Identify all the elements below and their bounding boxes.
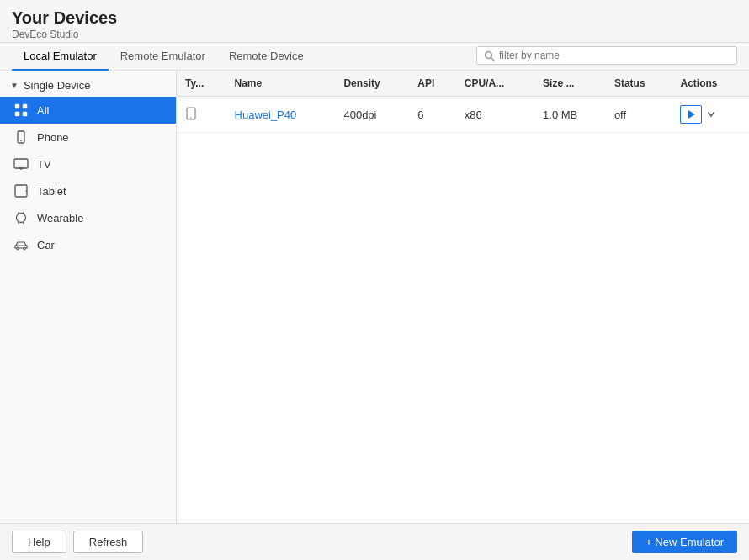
svg-rect-2: [15, 104, 19, 108]
new-emulator-button[interactable]: + New Emulator: [632, 531, 737, 553]
sidebar-item-car[interactable]: Car: [0, 231, 176, 258]
sidebar-item-tablet[interactable]: Tablet: [0, 177, 176, 204]
device-name-link[interactable]: Huawei_P40: [235, 108, 297, 121]
svg-rect-11: [15, 185, 27, 197]
table-wrapper: Ty... Name Density API CPU/A... Size ...…: [177, 71, 749, 523]
svg-rect-8: [14, 159, 28, 168]
device-table: Ty... Name Density API CPU/A... Size ...…: [177, 71, 749, 133]
col-cpu[interactable]: CPU/A...: [456, 71, 534, 97]
play-button[interactable]: [680, 105, 702, 124]
phone-row-icon: [185, 110, 197, 123]
col-status[interactable]: Status: [606, 71, 672, 97]
sidebar-item-all[interactable]: All: [0, 97, 176, 124]
row-density: 400dpi: [335, 97, 409, 133]
sidebar-item-label-car: Car: [37, 239, 55, 251]
more-actions-button[interactable]: [704, 105, 719, 124]
row-type-icon: [177, 97, 226, 133]
device-table-area: Ty... Name Density API CPU/A... Size ...…: [177, 71, 749, 523]
search-icon: [484, 50, 495, 61]
refresh-button[interactable]: Refresh: [73, 531, 144, 553]
col-name[interactable]: Name: [226, 71, 336, 97]
col-actions: Actions: [672, 71, 749, 97]
app-subtitle: DevEco Studio: [12, 29, 737, 40]
tab-remote-emulator[interactable]: Remote Emulator: [109, 43, 217, 71]
svg-rect-3: [23, 104, 27, 108]
col-api[interactable]: API: [409, 71, 455, 97]
filter-input-wrapper: [476, 46, 737, 65]
row-api: 6: [409, 97, 455, 133]
sidebar-item-label-tablet: Tablet: [37, 185, 66, 198]
col-density[interactable]: Density: [335, 71, 409, 97]
svg-point-12: [25, 190, 27, 192]
tab-local-emulator[interactable]: Local Emulator: [12, 43, 109, 71]
svg-rect-5: [23, 112, 27, 116]
filter-area: [476, 46, 737, 70]
sidebar-item-wearable[interactable]: Wearable: [0, 204, 176, 231]
tablet-icon: [13, 183, 29, 198]
row-status: off: [606, 97, 672, 133]
sidebar-item-label-tv: TV: [37, 158, 51, 171]
tabs-bar: Local Emulator Remote Emulator Remote De…: [0, 43, 749, 71]
phone-icon: [13, 129, 29, 145]
sidebar-item-tv[interactable]: TV: [0, 151, 176, 177]
svg-point-22: [190, 117, 192, 119]
row-actions: [672, 97, 749, 133]
actions-cell: [680, 105, 741, 124]
svg-marker-23: [688, 110, 695, 119]
car-icon: [13, 237, 29, 252]
sidebar-item-label-all: All: [37, 104, 49, 117]
row-name[interactable]: Huawei_P40: [226, 97, 336, 133]
tv-icon: [13, 156, 29, 172]
main-content: ▼ Single Device All: [0, 71, 749, 523]
sidebar-item-label-wearable: Wearable: [37, 212, 83, 225]
col-size[interactable]: Size ...: [534, 71, 606, 97]
svg-point-13: [17, 214, 26, 223]
filter-input[interactable]: [499, 50, 730, 61]
svg-point-7: [20, 140, 22, 142]
chevron-down-icon: [707, 110, 715, 119]
sidebar: ▼ Single Device All: [0, 71, 177, 523]
footer: Help Refresh + New Emulator: [0, 523, 749, 560]
sidebar-section-header: ▼ Single Device: [0, 71, 176, 97]
page-title: Your Devices: [12, 8, 737, 28]
sidebar-section-label: Single Device: [24, 79, 91, 92]
play-icon: [685, 108, 697, 120]
table-header-row: Ty... Name Density API CPU/A... Size ...…: [177, 71, 749, 97]
sidebar-item-label-phone: Phone: [37, 131, 69, 144]
all-icon: [13, 103, 29, 118]
table-row: Huawei_P40 400dpi 6 x86 1.0 MB off: [177, 97, 749, 133]
wearable-icon: [13, 210, 29, 225]
tab-remote-device[interactable]: Remote Device: [217, 43, 316, 71]
col-type: Ty...: [177, 71, 226, 97]
help-button[interactable]: Help: [12, 531, 66, 553]
footer-left: Help Refresh: [12, 531, 143, 553]
svg-line-1: [491, 57, 495, 61]
collapse-arrow-icon: ▼: [10, 81, 19, 90]
row-size: 1.0 MB: [534, 97, 606, 133]
row-cpu: x86: [456, 97, 534, 133]
sidebar-item-phone[interactable]: Phone: [0, 124, 176, 151]
svg-rect-4: [15, 112, 19, 116]
